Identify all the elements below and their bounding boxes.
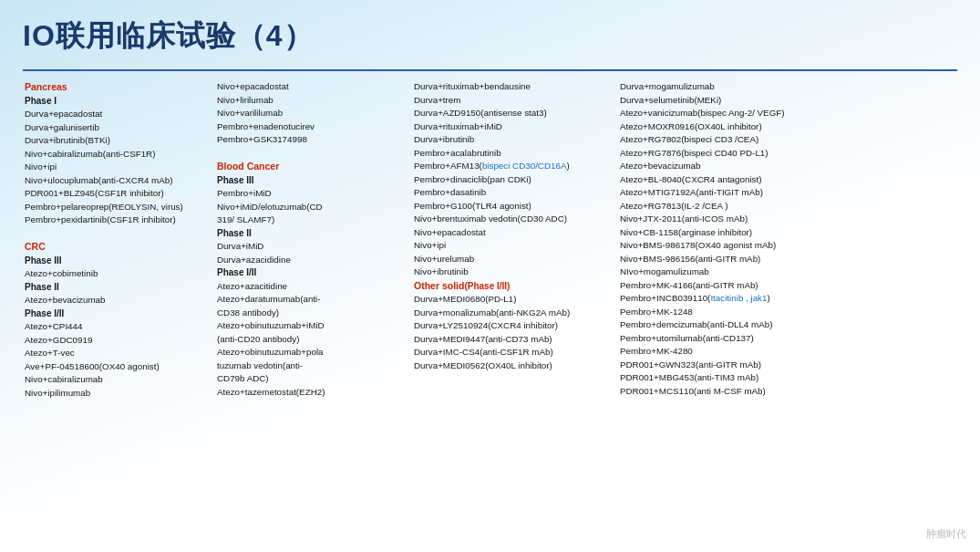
drug-item: Atezo+RG7876(bispeci CD40 PD-L1) bbox=[620, 148, 769, 158]
drug-item: Atezo+RG7813(IL-2 /CEA ) bbox=[620, 201, 727, 211]
drug-item: Nivo+brentuximab vedotin(CD30 ADC) bbox=[414, 214, 567, 224]
title-divider bbox=[23, 69, 957, 71]
drug-item: Nivo+lirilumab bbox=[217, 95, 273, 105]
drug-item: PDR001+MCS110(anti M-CSF mAb) bbox=[620, 386, 766, 396]
drug-item: Pembro+dasatinib bbox=[414, 187, 486, 197]
drug-item: Pembro+pexidartinib(CSF1R inhibitor) bbox=[25, 214, 176, 224]
drug-item: Atezo+MOXR0916(OX40L inhibitor) bbox=[620, 121, 762, 131]
drug-item: Pembro+G100(TLR4 agonist) bbox=[414, 201, 531, 211]
drug-item: PDR001+MBG453(anti-TIM3 mAb) bbox=[620, 372, 758, 382]
drug-item: tuzumab vedotin(anti- bbox=[217, 360, 303, 370]
phase-blood-1-2: Phase I/II bbox=[217, 267, 256, 277]
drug-item: Pembro+AFM13(bispeci CD30/CD16A) bbox=[414, 161, 570, 171]
drug-item: Nivo+varililumab bbox=[217, 108, 283, 118]
drug-item: Atezo+daratumumab(anti- bbox=[217, 294, 321, 304]
drug-item: Nivo+iMiD/elotuzumab(CD bbox=[217, 202, 323, 212]
drug-item: 319/ SLAMF7) bbox=[217, 214, 274, 224]
drug-item: Durva+epacadostat bbox=[25, 109, 102, 119]
drug-item: Nivo+JTX-2011(anti-ICOS mAb) bbox=[620, 214, 748, 224]
drug-item: Nivo+ipi bbox=[25, 161, 57, 172]
drug-item: Durva+azacididine bbox=[217, 255, 291, 265]
phase-crc-2: Phase II bbox=[25, 282, 59, 292]
phase-crc-3: Phase III bbox=[25, 255, 62, 266]
drug-item: Atezo+cobimetinib bbox=[25, 268, 98, 278]
drug-item: Atezo+obinutuzumab+iMiD bbox=[217, 320, 325, 330]
drug-item: CD38 antibody) bbox=[217, 307, 279, 318]
drug-item: Pembro+demcizumab(anti-DLL4 mAb) bbox=[620, 319, 772, 329]
drug-item: Pembro+iMiD bbox=[217, 188, 272, 198]
drug-item: Nivo+urelumab bbox=[414, 254, 474, 264]
drug-item: Pembro+acalabrutinib bbox=[414, 148, 501, 158]
drug-item: Durva+rituximab+iMiD bbox=[414, 121, 502, 131]
drug-item: Atezo+bevacizumab bbox=[620, 161, 701, 171]
drug-item: Nivo+CB-1158(arginase inhibitor) bbox=[620, 227, 752, 237]
drug-item: Nivo+epacadostat bbox=[414, 227, 486, 237]
drug-item: Atezo+CPI444 bbox=[25, 321, 82, 331]
column-3: Durva+rituximab+bendausine Durva+trem Du… bbox=[412, 80, 613, 400]
drug-item: Durva+ibrutinib bbox=[414, 134, 474, 144]
drug-item: Atezo+T-vec bbox=[25, 348, 75, 358]
drug-item: Nivo+epacadostat bbox=[217, 81, 289, 91]
drug-item: Atezo+vanicizumab(bispec Ang-2/ VEGF) bbox=[620, 108, 785, 118]
drug-item: Nivo+cabiralizumab bbox=[25, 374, 103, 384]
page-container: IO联用临床试验（4） Pancreas Phase I Durva+epaca… bbox=[0, 0, 980, 552]
drug-item: Pembro+pelareoprep(REOLYSIN, virus) bbox=[25, 202, 183, 212]
drug-item: Pembro+dinaciclib(pan CDKi) bbox=[414, 174, 531, 184]
drug-item: Durva+MEDI0562(OX40L inhibitor) bbox=[414, 360, 552, 370]
drug-item: CD79b ADC) bbox=[217, 373, 269, 383]
drug-item: Nivo+ulocuplumab(anti-CXCR4 mAb) bbox=[25, 175, 173, 185]
column-1: Pancreas Phase I Durva+epacadostat Durva… bbox=[23, 80, 210, 400]
drug-item: Nivo+BMS-986178(OX40 agonist mAb) bbox=[620, 240, 776, 250]
drug-item: Pembro+utomilumab(anti-CD137) bbox=[620, 333, 754, 343]
drug-item: Durva+mogamulizumab bbox=[620, 81, 715, 91]
drug-item: PDR001+BLZ945(CSF1R inhibitor) bbox=[25, 188, 164, 198]
drug-item: Pembro+MK-4166(anti-GITR mAb) bbox=[620, 280, 758, 290]
section-pancreas: Pancreas bbox=[25, 81, 67, 92]
drug-item: Pembro+MK-1248 bbox=[620, 307, 693, 317]
drug-item: Durva+selumetinib(MEKi) bbox=[620, 95, 721, 105]
drug-item: Durva+MEDI9447(anti-CD73 mAb) bbox=[414, 334, 552, 344]
section-other-solid: Other solid bbox=[414, 280, 464, 291]
drug-item: Nivo+ipilimumab bbox=[25, 388, 90, 398]
phase-pancreas-1: Phase I bbox=[25, 96, 57, 106]
page-title: IO联用临床试验（4） bbox=[23, 16, 957, 57]
drug-item: Durva+LY2510924(CXCR4 inhibitor) bbox=[414, 320, 558, 330]
drug-item: Durva+rituximab+bendausine bbox=[414, 81, 531, 91]
drug-item: Durva+MEDI0680(PD-L1) bbox=[414, 294, 516, 304]
drug-item: Durva+IMC-CS4(anti-CSF1R mAb) bbox=[414, 347, 553, 357]
section-blood-cancer: Blood Cancer bbox=[217, 161, 279, 172]
drug-item: Pembro+INCB039110(Itacitinib , jak1) bbox=[620, 293, 770, 303]
watermark: 肿瘤时代 bbox=[926, 527, 966, 541]
drug-item: Durva+AZD9150(antisense stat3) bbox=[414, 108, 547, 118]
phase-other-solid: (Phase I/II) bbox=[464, 281, 510, 291]
drug-item: Atezo+azacitidine bbox=[217, 281, 287, 291]
drug-item: Atezo+MTIG7192A(anti-TIGIT mAb) bbox=[620, 187, 763, 197]
phase-blood-2: Phase II bbox=[217, 228, 252, 238]
drug-item: Durva+iMiD bbox=[217, 241, 263, 251]
drug-item: Ave+PF-04518600(OX40 agonist) bbox=[25, 361, 160, 371]
drug-item: Nivo+ibrutinib bbox=[414, 266, 469, 276]
drug-item: PDR001+GWN323(anti-GITR mAb) bbox=[620, 359, 761, 370]
drug-item: Pembro+enadenotucirev bbox=[217, 121, 315, 131]
drug-item: Nivo+BMS-986156(anti-GITR mAb) bbox=[620, 254, 760, 264]
drug-item: Atezo+bevacizumab bbox=[25, 295, 106, 305]
drug-item: Atezo+RG7802(bispeci CD3 /CEA) bbox=[620, 134, 758, 144]
drug-item: Atezo+tazemetostat(EZH2) bbox=[217, 387, 325, 397]
main-grid: Pancreas Phase I Durva+epacadostat Durva… bbox=[23, 80, 957, 400]
drug-item: Atezo+GDC0919 bbox=[25, 335, 92, 345]
drug-item: Durva+trem bbox=[414, 95, 460, 105]
drug-item: Pembro+GSK3174998 bbox=[217, 134, 307, 144]
phase-blood-3: Phase III bbox=[217, 175, 254, 185]
section-crc: CRC bbox=[25, 241, 46, 252]
column-4: Durva+mogamulizumab Durva+selumetinib(ME… bbox=[618, 80, 957, 400]
drug-item: Durva+monalizumab(anti-NKG2A mAb) bbox=[414, 307, 570, 318]
drug-item: Nivo+cabiralizumab(anti-CSF1R) bbox=[25, 149, 155, 159]
drug-item: Atezo+obinutuzumab+pola bbox=[217, 347, 324, 357]
drug-item: Pembro+MK-4280 bbox=[620, 346, 693, 356]
drug-item: NIvo+mogamulizumab bbox=[620, 266, 709, 276]
drug-item: Atezo+BL-8040(CXCR4 antagonist) bbox=[620, 174, 761, 184]
drug-item: Durva+ibrutinib(BTKi) bbox=[25, 135, 110, 145]
phase-crc-1-2: Phase I/II bbox=[25, 308, 64, 318]
drug-item: Nivo+ipi bbox=[414, 240, 446, 250]
drug-item: Durva+galunisertib bbox=[25, 122, 99, 132]
